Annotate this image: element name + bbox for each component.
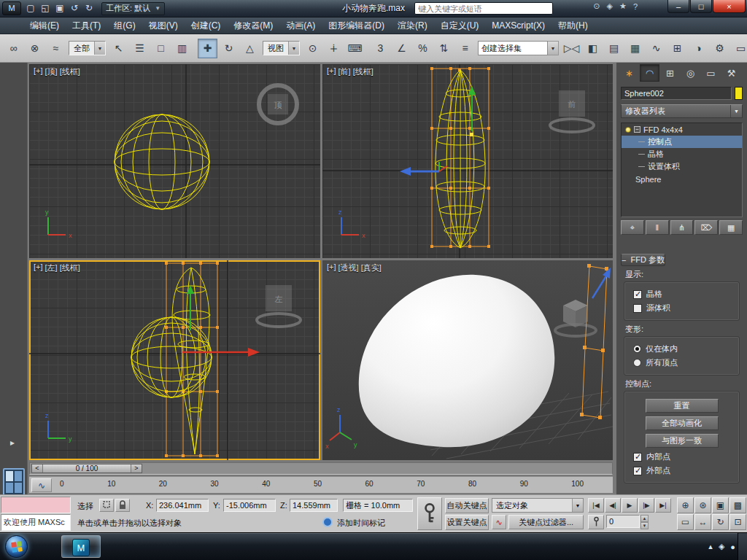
zoom-extents-all-button[interactable]: ▩ <box>729 497 746 513</box>
workspace-dropdown[interactable]: 工作区: 默认 ▼ <box>101 2 165 15</box>
viewport-menu-shading[interactable]: [线框] <box>60 262 80 273</box>
time-tag-icon[interactable] <box>322 517 333 527</box>
tray-network-icon[interactable]: ◈ <box>719 542 724 551</box>
viewport-menu-general[interactable]: [+] <box>34 66 43 77</box>
favorites-icon[interactable]: ★ <box>619 1 627 11</box>
help-icon[interactable]: ? <box>633 1 638 11</box>
search-help-icon[interactable]: ⊙ <box>593 1 600 11</box>
menu-item[interactable]: 编辑(E) <box>23 18 66 34</box>
frame-spinner[interactable]: ▲▼ <box>640 515 649 528</box>
tray-message-icon[interactable]: ● <box>730 542 735 551</box>
tab-utilities[interactable]: ⚒ <box>721 64 741 82</box>
modifier-list-dropdown[interactable]: 修改器列表 ▼ <box>621 104 743 118</box>
viewport-menu-pov[interactable]: [前] <box>338 66 351 77</box>
select-by-name-button[interactable]: ☰ <box>130 39 150 58</box>
key-mode-toggle[interactable] <box>588 515 604 529</box>
previous-frame-button[interactable]: ◀| <box>605 498 621 513</box>
auto-key-toggle[interactable]: 自动关键点 <box>445 498 489 513</box>
rendered-frame-window-button[interactable]: ▭ <box>731 39 747 58</box>
undo-button[interactable]: ↺ <box>67 1 82 15</box>
default-tangent-button[interactable]: ∿ <box>492 515 506 529</box>
material-editor-button[interactable]: ◑ <box>689 39 708 58</box>
pin-stack-button[interactable]: ⌖ <box>621 220 644 235</box>
rectangular-selection-region-button[interactable]: □ <box>151 39 171 58</box>
pan-view-button[interactable]: ↔ <box>694 514 711 530</box>
next-frame-button[interactable]: |▶ <box>638 498 654 513</box>
zoom-all-button[interactable]: ⊛ <box>694 497 711 513</box>
angle-snap-toggle[interactable]: ∠ <box>392 39 411 58</box>
menu-item[interactable]: 创建(C) <box>185 18 228 34</box>
selection-filter-dropdown[interactable]: 全部 ▼ <box>69 41 106 55</box>
outside-points-checkbox[interactable] <box>633 467 642 475</box>
object-name-field[interactable] <box>621 87 732 100</box>
viewport-layout-tab-2x2-icon[interactable] <box>3 468 25 496</box>
y-coordinate-field[interactable] <box>223 499 276 512</box>
tab-display[interactable]: ▭ <box>701 64 721 82</box>
go-to-end-button[interactable]: ▶| <box>655 498 671 513</box>
menu-item[interactable]: 图形编辑器(D) <box>322 18 391 34</box>
viewport-menu-general[interactable]: [+] <box>34 262 43 273</box>
select-and-link-button[interactable]: ∞ <box>4 39 23 58</box>
window-crossing-toggle[interactable]: ▥ <box>172 39 192 58</box>
tab-modify[interactable]: ◠ <box>640 64 659 82</box>
viewport-menu-shading[interactable]: [真实] <box>361 262 382 273</box>
lattice-checkbox[interactable] <box>633 290 642 299</box>
key-filters-button[interactable]: 关键点过滤器... <box>508 515 584 529</box>
unlink-selection-button[interactable]: ⊗ <box>25 39 44 58</box>
remove-modifier-button[interactable]: ⌦ <box>694 220 718 235</box>
render-setup-button[interactable]: ⚙ <box>710 39 729 58</box>
show-hidden-icons-button[interactable]: ▴ <box>708 542 713 551</box>
object-color-swatch[interactable] <box>735 87 743 100</box>
selection-set-dropdown[interactable]: 选定对象 ▼ <box>492 498 584 513</box>
orbit-button[interactable]: ↻ <box>712 514 729 530</box>
isolate-selection-toggle[interactable] <box>99 499 114 512</box>
stack-item-set-volume[interactable]: 设置体积 <box>622 160 742 173</box>
menu-item[interactable]: 工具(T) <box>66 18 107 34</box>
viewport-menu-pov[interactable]: [左] <box>45 262 58 273</box>
spinner-snap-toggle[interactable]: ⇅ <box>434 39 454 58</box>
time-slider-track[interactable]: < 0 / 100 > <box>29 462 613 475</box>
viewport-left[interactable]: [+] [左] [线框] <box>29 260 320 460</box>
select-object-button[interactable]: ↖ <box>109 39 128 58</box>
show-end-result-button[interactable]: ‖ <box>646 220 669 235</box>
z-coordinate-field[interactable] <box>290 499 338 512</box>
open-mini-curve-editor-button[interactable]: ∿ <box>31 478 52 492</box>
select-and-manipulate-button[interactable]: ∔ <box>324 39 344 58</box>
schematic-view-button[interactable]: ⊞ <box>667 39 687 58</box>
maximize-viewport-toggle[interactable]: ⊡ <box>729 514 746 530</box>
mirror-button[interactable]: ▷◁ <box>562 39 581 58</box>
align-button[interactable]: ◧ <box>583 39 603 58</box>
maximize-button[interactable]: □ <box>690 0 712 13</box>
selection-lock-toggle[interactable] <box>115 499 130 512</box>
set-keys-button[interactable] <box>417 497 442 530</box>
menu-item[interactable]: MAXScript(X) <box>485 18 551 34</box>
edit-named-selection-sets-button[interactable]: ≡ <box>455 39 475 58</box>
tab-create[interactable]: ∗ <box>619 64 639 82</box>
open-file-button[interactable]: ◱ <box>38 1 53 15</box>
conform-to-shape-button[interactable]: 与图形一致 <box>646 434 719 448</box>
tab-hierarchy[interactable]: ⊞ <box>660 64 680 82</box>
stack-item-sphere[interactable]: Sphere <box>622 173 742 185</box>
configure-modifier-sets-button[interactable]: ▦ <box>719 220 743 235</box>
menu-item[interactable]: 视图(V) <box>142 18 185 34</box>
snaps-toggle[interactable]: 3 <box>371 39 390 58</box>
play-button[interactable]: ▶ <box>622 498 638 513</box>
menu-item[interactable]: 帮助(H) <box>551 18 595 34</box>
select-and-scale-button[interactable]: △ <box>240 39 260 58</box>
menu-item[interactable]: 组(G) <box>107 18 142 34</box>
only-in-volume-radio[interactable] <box>633 345 641 353</box>
lightbulb-icon[interactable] <box>625 127 631 133</box>
x-coordinate-field[interactable] <box>156 499 209 512</box>
inside-points-checkbox[interactable] <box>633 453 642 462</box>
outside-points-checkbox-row[interactable]: 外部点 <box>633 465 739 476</box>
graphite-modeling-toggle[interactable]: ▦ <box>625 39 645 58</box>
viewport-menu-shading[interactable]: [线框] <box>60 66 80 77</box>
inside-points-checkbox-row[interactable]: 内部点 <box>633 451 739 462</box>
viewport-menu-pov[interactable]: [顶] <box>45 66 58 77</box>
menu-item[interactable]: 自定义(U) <box>434 18 486 34</box>
minimize-button[interactable]: – <box>667 0 689 13</box>
zoom-button[interactable]: ⊕ <box>677 497 694 513</box>
toggle-layer-explorer-button[interactable]: ▤ <box>604 39 624 58</box>
viewport-layout-tabs-arrow[interactable]: ▸ <box>6 436 19 449</box>
stack-item-lattice[interactable]: 晶格 <box>622 148 742 160</box>
